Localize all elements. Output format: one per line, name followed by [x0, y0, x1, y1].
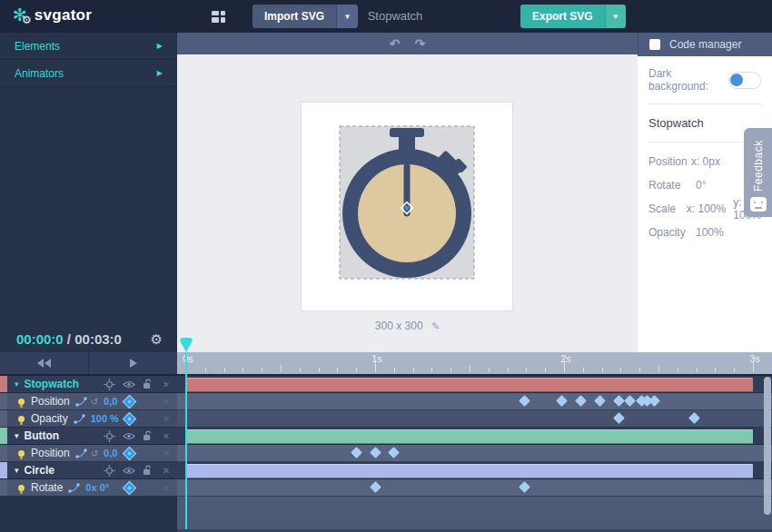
timeline-property-row-position[interactable]: Position↺0,0✕ [0, 445, 177, 462]
easing-curve-icon[interactable] [74, 414, 85, 424]
projects-grid-icon[interactable] [212, 11, 225, 23]
chevron-right-icon: ▶ [157, 69, 163, 77]
remove-animator-icon[interactable]: ✕ [160, 483, 173, 493]
edit-size-pencil-icon[interactable]: ✎ [431, 320, 440, 331]
visibility-eye-icon[interactable] [123, 380, 135, 389]
timeline-property-row-opacity[interactable]: Opacity100 %✕ [0, 410, 177, 428]
keyframe-diamond[interactable] [370, 481, 381, 493]
property-name: Position [31, 395, 70, 408]
svgator-logo[interactable]: ✻ ⚙ svgator [13, 4, 92, 27]
ruler-tick [678, 368, 678, 372]
track-row-position[interactable] [177, 393, 772, 410]
remove-animator-icon[interactable]: ✕ [160, 414, 173, 424]
rewind-button[interactable] [0, 352, 88, 374]
track-row-opacity[interactable] [177, 410, 772, 428]
property-value[interactable]: 100 % [91, 413, 119, 424]
lock-icon[interactable] [143, 430, 153, 441]
ruler-tick [224, 368, 225, 372]
ruler-tick [205, 368, 206, 372]
delete-layer-icon[interactable]: ✕ [160, 431, 173, 441]
property-value[interactable]: 0,0 [104, 448, 117, 458]
keyframe-diamond[interactable] [613, 395, 625, 407]
undo-icon[interactable]: ↶ [390, 34, 401, 54]
visibility-eye-icon[interactable] [123, 467, 135, 475]
keyframe-diamond[interactable] [613, 412, 625, 424]
ruler-tick [583, 368, 584, 372]
redo-icon[interactable]: ↷ [415, 34, 426, 54]
property-value[interactable]: 0,0 [104, 396, 117, 407]
play-button[interactable] [88, 352, 177, 374]
timeline-left-panel: ▾Stopwatch✕Position↺0,0✕Opacity100 %✕▾Bu… [0, 352, 177, 532]
export-svg-label[interactable]: Export SVG [520, 5, 605, 28]
keyframe-diamond[interactable] [388, 447, 400, 458]
add-keyframe-diamond-button[interactable] [123, 394, 137, 409]
delete-layer-icon[interactable]: ✕ [160, 379, 173, 389]
stopwatch-graphic[interactable] [302, 103, 512, 310]
duration-bar-circle[interactable] [186, 464, 753, 478]
visibility-eye-icon[interactable] [123, 432, 135, 440]
keyframe-diamond[interactable] [519, 481, 530, 493]
keyframe-diamond[interactable] [351, 447, 362, 458]
keyframe-diamond[interactable] [557, 395, 569, 407]
sidebar-item-elements[interactable]: Elements ▶ [0, 33, 177, 60]
keyframe-diamond[interactable] [648, 395, 660, 407]
add-keyframe-diamond-button[interactable] [123, 446, 137, 460]
chevron-down-icon: ▼ [612, 13, 619, 21]
ruler-tick [300, 368, 301, 372]
timeline-settings-gear-icon[interactable]: ⚙ [151, 327, 163, 352]
duration-bar-button[interactable] [186, 429, 753, 444]
collapse-triangle-icon[interactable]: ▾ [15, 379, 19, 389]
layer-name: Button [25, 429, 60, 442]
property-row-chip [0, 479, 7, 496]
dark-background-toggle[interactable] [728, 72, 761, 89]
track-row-rotate[interactable] [177, 479, 772, 497]
keyframe-diamond[interactable] [519, 395, 530, 407]
property-name: Rotate [31, 481, 63, 494]
sidebar-item-animators[interactable]: Animators ▶ [0, 60, 177, 87]
transform-origin-icon[interactable] [104, 430, 115, 442]
easing-curve-icon[interactable] [75, 397, 87, 407]
export-dropdown-button[interactable]: ▼ [605, 5, 626, 28]
lock-icon[interactable] [143, 465, 153, 476]
remove-animator-icon[interactable]: ✕ [160, 397, 173, 407]
timeline-property-row-rotate[interactable]: Rotate0x 0°✕ [0, 479, 177, 497]
feedback-tab[interactable]: Feedback [744, 128, 772, 217]
time-display: 00:00:0 / 00:03:0 [16, 327, 122, 352]
artboard[interactable] [301, 102, 513, 311]
ruler-tick [734, 368, 735, 372]
add-keyframe-diamond-button[interactable] [123, 480, 137, 495]
timeline-layer-row-stopwatch[interactable]: ▾Stopwatch✕ [0, 376, 177, 393]
duration-bar-stopwatch[interactable] [186, 378, 753, 392]
export-svg-button[interactable]: Export SVG ▼ [520, 5, 626, 28]
timeline-property-row-position[interactable]: Position↺0,0✕ [0, 393, 177, 410]
lock-icon[interactable] [143, 379, 153, 389]
transform-origin-icon[interactable] [104, 465, 115, 477]
track-row-position[interactable] [177, 445, 772, 462]
import-svg-label[interactable]: Import SVG [252, 5, 336, 28]
timeline-ruler[interactable]: 0s1s2s3s [177, 352, 772, 376]
keyframe-diamond[interactable] [575, 395, 587, 407]
canvas-area[interactable]: ↶ ↷ [177, 33, 638, 352]
transform-origin-icon[interactable] [104, 379, 115, 390]
collapse-triangle-icon[interactable]: ▾ [15, 466, 19, 475]
code-manager-checkbox[interactable] [649, 39, 660, 50]
reset-loop-icon[interactable]: ↺ [91, 448, 98, 458]
delete-layer-icon[interactable]: ✕ [160, 466, 173, 476]
add-keyframe-diamond-button[interactable] [123, 411, 137, 426]
remove-animator-icon[interactable]: ✕ [160, 448, 173, 458]
chevron-right-icon: ▶ [157, 42, 163, 50]
easing-curve-icon[interactable] [75, 448, 87, 458]
collapse-triangle-icon[interactable]: ▾ [15, 431, 19, 440]
keyframe-diamond[interactable] [688, 412, 700, 424]
property-value[interactable]: 0x 0° [85, 482, 109, 493]
keyframe-diamond[interactable] [594, 395, 606, 407]
timeline-layer-row-button[interactable]: ▾Button✕ [0, 428, 177, 445]
timeline-vertical-scrollbar[interactable] [764, 377, 771, 515]
timeline-layer-row-circle[interactable]: ▾Circle✕ [0, 462, 177, 479]
keyframe-diamond[interactable] [370, 447, 381, 458]
reset-loop-icon[interactable]: ↺ [91, 397, 98, 407]
easing-curve-icon[interactable] [68, 483, 80, 493]
keyframe-diamond[interactable] [624, 395, 636, 407]
ruler-label: 2s [560, 353, 571, 364]
document-title: Stopwatch [336, 0, 454, 33]
